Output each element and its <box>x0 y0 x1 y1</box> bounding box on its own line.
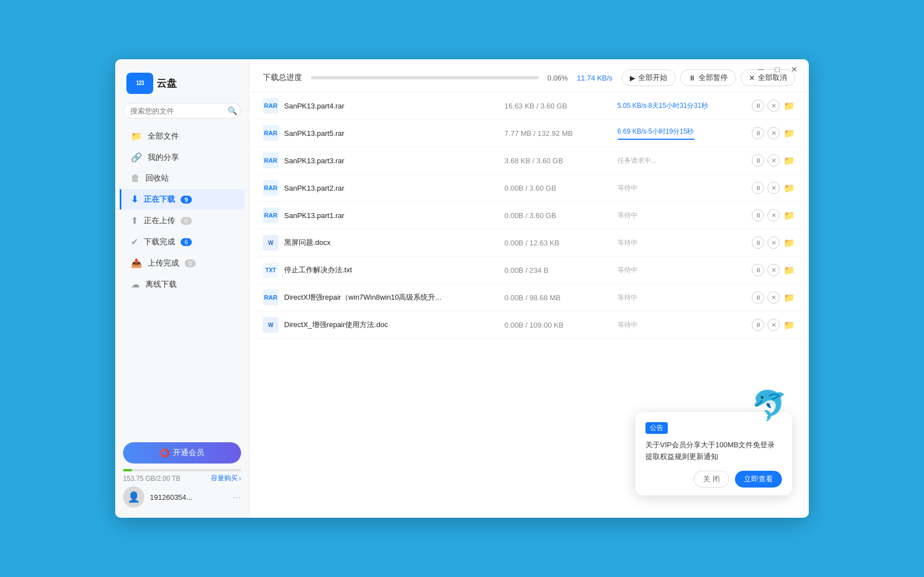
file-name: SanPK13.part5.rar <box>284 129 499 138</box>
file-icon-docx: W <box>263 317 279 333</box>
file-actions: ⏸ ✕ 📁 <box>752 209 795 221</box>
file-pause-button[interactable]: ⏸ <box>752 264 764 276</box>
file-folder-button[interactable]: 📁 <box>783 154 795 167</box>
search-input[interactable] <box>130 107 224 115</box>
sidebar-item-my-share[interactable]: 🔗 我的分享 <box>120 147 244 168</box>
nav-label-uploading: 正在上传 <box>144 216 175 226</box>
file-status-text: 任务请求中... <box>617 156 746 165</box>
file-name: 停止工作解决办法.txt <box>284 265 499 275</box>
file-size: 0.00B / 3.60 GB <box>505 184 612 192</box>
sidebar-item-recycle[interactable]: 🗑 回收站 <box>120 168 244 188</box>
file-cancel-button[interactable]: ✕ <box>767 264 780 276</box>
file-pause-button[interactable]: ⏸ <box>752 237 764 249</box>
file-folder-button[interactable]: 📁 <box>783 182 795 194</box>
file-cancel-button[interactable]: ✕ <box>767 237 780 249</box>
file-folder-button[interactable]: 📁 <box>783 319 795 331</box>
file-status-text: 等待中 <box>617 320 746 330</box>
pause-all-button[interactable]: ⏸ 全部暂停 <box>680 69 736 86</box>
offline-icon: ☁ <box>131 279 140 290</box>
file-speed: 6.69 KB/s·5小时19分15秒 <box>617 127 746 136</box>
chevron-right-icon: › <box>239 475 241 483</box>
vip-button[interactable]: ⭕ 开通会员 <box>123 442 241 464</box>
file-pause-button[interactable]: ⏸ <box>752 154 764 167</box>
file-size: 7.77 MB / 132.92 MB <box>505 129 612 138</box>
username: 191260354... <box>150 493 227 502</box>
sidebar-item-download-done[interactable]: ✔ 下载完成 6 <box>120 231 244 252</box>
file-cancel-button[interactable]: ✕ <box>767 182 780 194</box>
storage-buy-link[interactable]: 容量购买 › <box>211 474 241 483</box>
sidebar-item-uploading[interactable]: ⬆ 正在上传 0 <box>120 210 244 231</box>
file-cancel-button[interactable]: ✕ <box>767 209 780 221</box>
file-size: 3.68 KB / 3.60 GB <box>505 157 612 165</box>
file-icon-rar: RAR <box>263 153 279 168</box>
file-folder-button[interactable]: 📁 <box>783 237 795 249</box>
file-cancel-button[interactable]: ✕ <box>767 127 780 139</box>
start-all-button[interactable]: ▶ 全部开始 <box>621 69 676 86</box>
file-name: DirectX_增强repair使用方法.doc <box>284 320 499 330</box>
sidebar: 123 云盘 🔍 📁 全部文件 🔗 我的分享 � <box>115 59 249 518</box>
nav-label-all-files: 全部文件 <box>148 131 179 141</box>
maximize-button[interactable]: □ <box>772 64 783 75</box>
upload-icon: ⬆ <box>131 215 138 226</box>
file-actions: ⏸ ✕ 📁 <box>752 182 795 194</box>
file-icon-rar: RAR <box>263 98 279 113</box>
file-folder-button[interactable]: 📁 <box>783 291 795 304</box>
search-icon: 🔍 <box>228 106 237 115</box>
upload-done-icon: 📤 <box>131 258 142 268</box>
file-pause-button[interactable]: ⏸ <box>752 100 764 112</box>
nav-label-upload-done: 上传完成 <box>148 258 179 268</box>
file-status-text: 等待中 <box>617 211 746 220</box>
trash-icon: 🗑 <box>131 173 140 183</box>
file-cancel-button[interactable]: ✕ <box>767 154 780 167</box>
app-title: 云盘 <box>157 77 177 90</box>
file-name: DirectX增强repair（win7Win8win10高级系统升... <box>284 292 499 302</box>
sidebar-item-all-files[interactable]: 📁 全部文件 <box>120 126 244 146</box>
file-name: SanPK13.part3.rar <box>284 157 499 165</box>
search-box[interactable]: 🔍 <box>123 103 241 119</box>
progress-percent: 0.06% <box>548 74 568 82</box>
file-size: 0.00B / 12.63 KB <box>505 239 612 247</box>
file-icon-txt: TXT <box>263 262 279 278</box>
file-status: 任务请求中... <box>617 156 746 165</box>
file-cancel-button[interactable]: ✕ <box>767 291 780 304</box>
file-cancel-button[interactable]: ✕ <box>767 100 780 112</box>
sidebar-item-upload-done[interactable]: 📤 上传完成 0 <box>120 253 244 273</box>
upload-badge: 0 <box>181 217 192 225</box>
window-controls: ─ □ ✕ <box>755 64 801 75</box>
user-menu-button[interactable]: ··· <box>233 491 241 503</box>
file-actions: ⏸ ✕ 📁 <box>752 291 795 304</box>
file-actions: ⏸ ✕ 📁 <box>752 237 795 249</box>
file-pause-button[interactable]: ⏸ <box>752 127 764 139</box>
file-pause-button[interactable]: ⏸ <box>752 209 764 221</box>
file-folder-button[interactable]: 📁 <box>783 264 795 276</box>
file-pause-button[interactable]: ⏸ <box>752 182 764 194</box>
storage-bar-wrap <box>123 469 241 471</box>
close-button[interactable]: ✕ <box>788 64 801 75</box>
popup-confirm-button[interactable]: 立即查看 <box>735 471 782 488</box>
progress-underline <box>617 139 695 140</box>
nav-label-my-share: 我的分享 <box>148 153 179 163</box>
file-pause-button[interactable]: ⏸ <box>752 319 764 331</box>
file-speed: 5.05 KB/s·8天15小时31分31秒 <box>617 101 746 111</box>
table-row: W 黑屏问题.docx 0.00B / 12.63 KB 等待中 ⏸ ✕ 📁 <box>254 229 804 257</box>
file-size: 16.63 KB / 3.60 GB <box>505 102 612 110</box>
file-pause-button[interactable]: ⏸ <box>752 291 764 304</box>
file-status: 等待中 <box>617 211 746 220</box>
file-status: 等待中 <box>617 293 746 302</box>
file-cancel-button[interactable]: ✕ <box>767 319 780 331</box>
minimize-button[interactable]: ─ <box>755 64 767 75</box>
file-status: 等待中 <box>617 266 746 275</box>
file-size: 0.00B / 109.00 KB <box>505 321 612 329</box>
announcement-popup: 🐬 公告 关于VIP会员分享大于100MB文件免登录提取权益规则更新通知 关 闭… <box>635 412 792 495</box>
vip-icon: ⭕ <box>160 448 169 457</box>
file-size: 0.00B / 234 B <box>505 266 612 275</box>
file-folder-button[interactable]: 📁 <box>783 100 795 112</box>
file-folder-button[interactable]: 📁 <box>783 209 795 221</box>
sidebar-item-downloading[interactable]: ⬇ 正在下载 9 <box>120 189 244 210</box>
file-size: 0.00B / 98.68 MB <box>505 294 612 302</box>
sidebar-item-offline-download[interactable]: ☁ 离线下载 <box>120 274 244 295</box>
popup-close-button[interactable]: 关 闭 <box>694 471 729 488</box>
file-name: SanPK13.part4.rar <box>284 102 499 110</box>
file-folder-button[interactable]: 📁 <box>783 127 795 139</box>
download-done-badge: 6 <box>181 238 192 246</box>
